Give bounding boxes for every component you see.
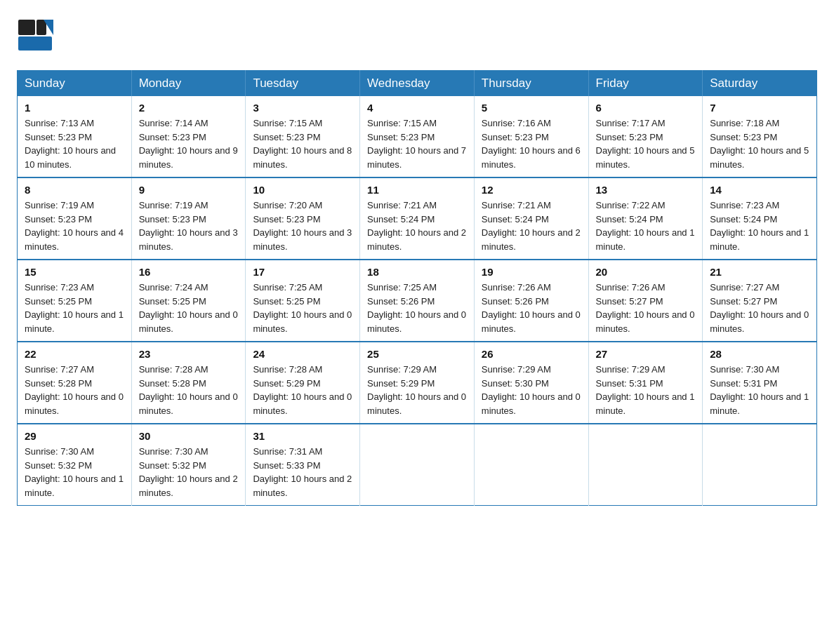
calendar-cell: 28 Sunrise: 7:30 AMSunset: 5:31 PMDaylig… [703,342,817,424]
calendar-cell: 13 Sunrise: 7:22 AMSunset: 5:24 PMDaylig… [588,177,703,260]
calendar-cell: 10 Sunrise: 7:20 AMSunset: 5:23 PMDaylig… [246,177,360,260]
calendar-cell: 16 Sunrise: 7:24 AMSunset: 5:25 PMDaylig… [131,260,246,342]
day-number: 6 [596,102,696,114]
day-number: 22 [25,348,124,360]
calendar-cell: 20 Sunrise: 7:26 AMSunset: 5:27 PMDaylig… [588,260,703,342]
day-number: 3 [253,102,352,114]
day-info: Sunrise: 7:30 AMSunset: 5:32 PMDaylight:… [25,446,124,498]
day-number: 17 [253,266,352,278]
day-number: 15 [25,266,124,278]
calendar-cell: 5 Sunrise: 7:16 AMSunset: 5:23 PMDayligh… [474,96,588,177]
calendar-cell: 22 Sunrise: 7:27 AMSunset: 5:28 PMDaylig… [18,342,132,424]
day-number: 9 [139,184,239,196]
day-header-saturday: Saturday [703,71,817,97]
day-number: 30 [139,430,239,442]
calendar-cell: 30 Sunrise: 7:30 AMSunset: 5:32 PMDaylig… [131,424,246,506]
day-header-monday: Monday [131,71,246,97]
calendar-cell: 1 Sunrise: 7:13 AMSunset: 5:23 PMDayligh… [18,96,132,177]
calendar-cell: 3 Sunrise: 7:15 AMSunset: 5:23 PMDayligh… [246,96,360,177]
svg-rect-3 [18,36,52,51]
day-info: Sunrise: 7:27 AMSunset: 5:28 PMDaylight:… [25,364,124,416]
day-info: Sunrise: 7:31 AMSunset: 5:33 PMDaylight:… [253,446,352,498]
calendar-cell: 12 Sunrise: 7:21 AMSunset: 5:24 PMDaylig… [474,177,588,260]
day-number: 8 [25,184,124,196]
day-number: 21 [710,266,809,278]
calendar-week-row: 1 Sunrise: 7:13 AMSunset: 5:23 PMDayligh… [18,96,817,177]
day-info: Sunrise: 7:14 AMSunset: 5:23 PMDaylight:… [139,118,238,170]
day-info: Sunrise: 7:29 AMSunset: 5:29 PMDaylight:… [367,364,466,416]
calendar-cell [588,424,703,506]
svg-rect-0 [18,20,35,35]
day-number: 23 [139,348,239,360]
day-header-tuesday: Tuesday [246,71,360,97]
day-info: Sunrise: 7:29 AMSunset: 5:31 PMDaylight:… [596,364,695,416]
day-info: Sunrise: 7:13 AMSunset: 5:23 PMDaylight:… [25,118,116,170]
day-number: 14 [710,184,809,196]
calendar-cell [360,424,475,506]
calendar-cell: 2 Sunrise: 7:14 AMSunset: 5:23 PMDayligh… [131,96,246,177]
day-info: Sunrise: 7:28 AMSunset: 5:29 PMDaylight:… [253,364,352,416]
day-info: Sunrise: 7:21 AMSunset: 5:24 PMDaylight:… [367,200,466,252]
day-info: Sunrise: 7:30 AMSunset: 5:32 PMDaylight:… [139,446,238,498]
day-header-friday: Friday [588,71,703,97]
day-info: Sunrise: 7:21 AMSunset: 5:24 PMDaylight:… [482,200,581,252]
calendar-cell [474,424,588,506]
day-info: Sunrise: 7:27 AMSunset: 5:27 PMDaylight:… [710,282,809,334]
day-number: 11 [367,184,467,196]
day-info: Sunrise: 7:23 AMSunset: 5:25 PMDaylight:… [25,282,124,334]
day-number: 13 [596,184,696,196]
day-number: 25 [367,348,467,360]
calendar-cell: 17 Sunrise: 7:25 AMSunset: 5:25 PMDaylig… [246,260,360,342]
day-number: 16 [139,266,239,278]
day-info: Sunrise: 7:25 AMSunset: 5:26 PMDaylight:… [367,282,466,334]
day-number: 31 [253,430,352,442]
calendar-cell: 18 Sunrise: 7:25 AMSunset: 5:26 PMDaylig… [360,260,475,342]
calendar-cell: 6 Sunrise: 7:17 AMSunset: 5:23 PMDayligh… [588,96,703,177]
day-info: Sunrise: 7:25 AMSunset: 5:25 PMDaylight:… [253,282,352,334]
calendar-cell: 27 Sunrise: 7:29 AMSunset: 5:31 PMDaylig… [588,342,703,424]
calendar-week-row: 15 Sunrise: 7:23 AMSunset: 5:25 PMDaylig… [18,260,817,342]
day-number: 26 [482,348,581,360]
day-info: Sunrise: 7:29 AMSunset: 5:30 PMDaylight:… [482,364,581,416]
day-number: 24 [253,348,352,360]
day-info: Sunrise: 7:24 AMSunset: 5:25 PMDaylight:… [139,282,238,334]
day-info: Sunrise: 7:18 AMSunset: 5:23 PMDaylight:… [710,118,809,170]
calendar-week-row: 22 Sunrise: 7:27 AMSunset: 5:28 PMDaylig… [18,342,817,424]
day-number: 28 [710,348,809,360]
day-info: Sunrise: 7:23 AMSunset: 5:24 PMDaylight:… [710,200,809,252]
day-info: Sunrise: 7:19 AMSunset: 5:23 PMDaylight:… [25,200,124,252]
day-number: 27 [596,348,696,360]
day-header-thursday: Thursday [474,71,588,97]
day-info: Sunrise: 7:15 AMSunset: 5:23 PMDaylight:… [367,118,466,170]
day-number: 19 [482,266,581,278]
calendar-cell: 31 Sunrise: 7:31 AMSunset: 5:33 PMDaylig… [246,424,360,506]
day-number: 2 [139,102,239,114]
calendar-cell: 23 Sunrise: 7:28 AMSunset: 5:28 PMDaylig… [131,342,246,424]
calendar-cell: 4 Sunrise: 7:15 AMSunset: 5:23 PMDayligh… [360,96,475,177]
day-header-wednesday: Wednesday [360,71,475,97]
calendar-header-row: SundayMondayTuesdayWednesdayThursdayFrid… [18,71,817,97]
day-number: 29 [25,430,124,442]
calendar-cell: 8 Sunrise: 7:19 AMSunset: 5:23 PMDayligh… [18,177,132,260]
day-header-sunday: Sunday [18,71,132,97]
day-number: 10 [253,184,352,196]
calendar-cell [703,424,817,506]
day-info: Sunrise: 7:16 AMSunset: 5:23 PMDaylight:… [482,118,581,170]
calendar-cell: 11 Sunrise: 7:21 AMSunset: 5:24 PMDaylig… [360,177,475,260]
day-info: Sunrise: 7:20 AMSunset: 5:23 PMDaylight:… [253,200,352,252]
calendar-cell: 24 Sunrise: 7:28 AMSunset: 5:29 PMDaylig… [246,342,360,424]
page-header [17,17,817,56]
day-info: Sunrise: 7:28 AMSunset: 5:28 PMDaylight:… [139,364,238,416]
svg-rect-1 [37,20,46,35]
logo [17,17,56,56]
day-info: Sunrise: 7:17 AMSunset: 5:23 PMDaylight:… [596,118,695,170]
calendar-cell: 25 Sunrise: 7:29 AMSunset: 5:29 PMDaylig… [360,342,475,424]
calendar-cell: 19 Sunrise: 7:26 AMSunset: 5:26 PMDaylig… [474,260,588,342]
day-number: 12 [482,184,581,196]
day-info: Sunrise: 7:30 AMSunset: 5:31 PMDaylight:… [710,364,809,416]
calendar-week-row: 8 Sunrise: 7:19 AMSunset: 5:23 PMDayligh… [18,177,817,260]
calendar-cell: 29 Sunrise: 7:30 AMSunset: 5:32 PMDaylig… [18,424,132,506]
day-number: 18 [367,266,467,278]
calendar-cell: 14 Sunrise: 7:23 AMSunset: 5:24 PMDaylig… [703,177,817,260]
day-number: 4 [367,102,467,114]
